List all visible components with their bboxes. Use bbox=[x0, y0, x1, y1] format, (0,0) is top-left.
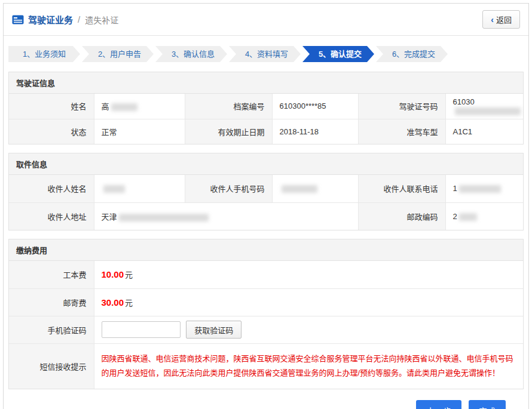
mailing-fee-amount: 30.00 bbox=[102, 297, 124, 307]
pickup-section-title: 取件信息 bbox=[9, 153, 523, 175]
fee-unit: 元 bbox=[125, 299, 133, 307]
status-label: 状态 bbox=[9, 119, 94, 144]
fee-unit: 元 bbox=[125, 270, 133, 279]
table-row: 手机验证码 获取验证码 bbox=[9, 316, 523, 343]
previous-step-button[interactable]: 上一步 bbox=[416, 400, 461, 409]
file-no-value: 610300****85 bbox=[272, 94, 358, 119]
license-no-value: 61030 bbox=[445, 94, 523, 119]
step-3-confirm-info[interactable]: 3、确认信息 bbox=[155, 46, 227, 62]
table-row: 收件人地址 天津 邮政编码 2 bbox=[9, 202, 523, 230]
payment-table: 工本费 10.00元 邮寄费 30.00元 手机验证码 获取验证码 bbox=[9, 261, 523, 389]
license-no-value-text: 61030 bbox=[453, 97, 475, 106]
recipient-phone-label: 收件人联系电话 bbox=[358, 175, 445, 202]
redacted-value bbox=[111, 103, 137, 111]
footer-actions: 上一步 完成 bbox=[8, 400, 506, 409]
recipient-mobile-label: 收件人手机号码 bbox=[185, 175, 272, 202]
postal-code-value-text: 2 bbox=[453, 212, 457, 221]
recipient-phone-value-text: 1 bbox=[453, 184, 457, 193]
table-row: 状态 正常 有效期止日期 2018-11-18 准驾车型 A1C1 bbox=[9, 119, 523, 144]
step-5-confirm-submit[interactable]: 5、确认提交 bbox=[302, 46, 374, 62]
mailing-fee-value: 30.00元 bbox=[94, 288, 523, 316]
finish-button[interactable]: 完成 bbox=[469, 400, 506, 409]
redacted-value bbox=[455, 107, 521, 115]
page-header: 驾驶证业务 / 遗失补证 ‹ 返回 bbox=[4, 4, 528, 36]
step-6-complete-submit[interactable]: 6、完成提交 bbox=[376, 46, 448, 62]
sms-notice-cell: 因陕西省联通、电信运营商技术问题，陕西省互联网交通安全综合服务管理平台无法向持陕… bbox=[94, 343, 523, 389]
expiry-value: 2018-11-18 bbox=[272, 119, 358, 144]
sms-code-cell: 获取验证码 bbox=[94, 316, 523, 343]
pickup-info-table: 收件人姓名 收件人手机号码 收件人联系电话 1 收件人地址 bbox=[9, 175, 523, 230]
main-content: 驾驶证信息 姓名 高 档案编号 610300****85 驾驶证号码 6 bbox=[8, 72, 524, 389]
license-info-table: 姓名 高 档案编号 610300****85 驾驶证号码 61030 状态 正常… bbox=[9, 94, 523, 144]
recipient-address-value-text: 天津 bbox=[102, 213, 117, 222]
table-row: 收件人姓名 收件人手机号码 收件人联系电话 1 bbox=[9, 175, 523, 202]
vehicle-type-label: 准驾车型 bbox=[358, 119, 445, 144]
recipient-address-label: 收件人地址 bbox=[9, 202, 94, 230]
page-subtitle: 遗失补证 bbox=[85, 14, 118, 26]
get-code-button[interactable]: 获取验证码 bbox=[186, 321, 241, 339]
sms-notice-text: 因陕西省联通、电信运营商技术问题，陕西省互联网交通安全综合服务管理平台无法向持陕… bbox=[102, 352, 516, 381]
back-button[interactable]: ‹ 返回 bbox=[482, 10, 520, 29]
redacted-value bbox=[103, 185, 125, 193]
title-separator: / bbox=[78, 14, 80, 24]
status-value: 正常 bbox=[94, 119, 185, 144]
redacted-value bbox=[282, 185, 317, 193]
license-service-icon bbox=[12, 15, 24, 24]
production-fee-label: 工本费 bbox=[9, 261, 94, 288]
table-row: 邮寄费 30.00元 bbox=[9, 288, 523, 316]
pickup-info-section: 取件信息 收件人姓名 收件人手机号码 收件人联系电话 bbox=[8, 153, 524, 230]
vehicle-type-value: A1C1 bbox=[445, 119, 523, 144]
production-fee-amount: 10.00 bbox=[102, 269, 124, 279]
file-no-label: 档案编号 bbox=[185, 94, 272, 119]
page-container: 驾驶证业务 / 遗失补证 ‹ 返回 1、业务须知 2、用户申告 3、确认信息 4… bbox=[3, 3, 529, 409]
license-no-label: 驾驶证号码 bbox=[358, 94, 445, 119]
recipient-name-value bbox=[94, 175, 185, 202]
recipient-mobile-value bbox=[272, 175, 358, 202]
license-info-section: 驾驶证信息 姓名 高 档案编号 610300****85 驾驶证号码 6 bbox=[8, 72, 524, 144]
step-1-business-notes[interactable]: 1、业务须知 bbox=[8, 46, 80, 62]
table-row: 短信接收提示 因陕西省联通、电信运营商技术问题，陕西省互联网交通安全综合服务管理… bbox=[9, 343, 523, 389]
back-chevron-icon: ‹ bbox=[491, 16, 494, 24]
production-fee-value: 10.00元 bbox=[94, 261, 523, 288]
name-value: 高 bbox=[94, 94, 185, 119]
recipient-name-label: 收件人姓名 bbox=[9, 175, 94, 202]
license-section-title: 驾驶证信息 bbox=[9, 72, 523, 94]
table-row: 姓名 高 档案编号 610300****85 驾驶证号码 61030 bbox=[9, 94, 523, 119]
back-button-label: 返回 bbox=[496, 14, 512, 25]
redacted-value bbox=[119, 214, 209, 222]
name-label: 姓名 bbox=[9, 94, 94, 119]
payment-section: 缴纳费用 工本费 10.00元 邮寄费 30.00元 bbox=[8, 239, 524, 389]
sms-notice-label: 短信接收提示 bbox=[9, 343, 94, 389]
page-title: 驾驶证业务 bbox=[28, 13, 73, 26]
name-value-text: 高 bbox=[102, 102, 109, 111]
table-row: 工本费 10.00元 bbox=[9, 261, 523, 288]
step-4-fill-materials[interactable]: 4、资料填写 bbox=[229, 46, 301, 62]
redacted-value bbox=[459, 213, 477, 221]
mailing-fee-label: 邮寄费 bbox=[9, 288, 94, 316]
recipient-address-value: 天津 bbox=[94, 202, 358, 230]
sms-code-label: 手机验证码 bbox=[9, 316, 94, 343]
payment-section-title: 缴纳费用 bbox=[9, 239, 523, 261]
postal-code-value: 2 bbox=[445, 202, 523, 230]
title-group: 驾驶证业务 / 遗失补证 bbox=[12, 13, 118, 26]
recipient-phone-value: 1 bbox=[445, 175, 523, 202]
steps-nav: 1、业务须知 2、用户申告 3、确认信息 4、资料填写 5、确认提交 6、完成提… bbox=[8, 46, 524, 62]
expiry-label: 有效期止日期 bbox=[185, 119, 272, 144]
step-2-user-declaration[interactable]: 2、用户申告 bbox=[82, 46, 154, 62]
postal-code-label: 邮政编码 bbox=[358, 202, 445, 230]
redacted-value bbox=[459, 185, 501, 193]
sms-code-input[interactable] bbox=[102, 321, 181, 338]
